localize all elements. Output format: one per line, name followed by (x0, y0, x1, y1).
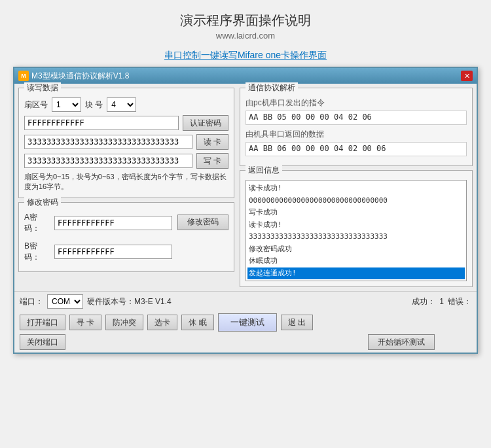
auth-row: 认证密码 (24, 115, 228, 131)
log-line: 发起连通成功! (247, 267, 465, 280)
log-line: 修改密码成功 (247, 243, 465, 256)
b-pwd-input[interactable] (54, 245, 172, 259)
machine-ret-label: 由机具串口返回的数据 (245, 129, 467, 140)
log-line: 休眠成功 (247, 255, 465, 267)
read-btn[interactable]: 读 卡 (196, 134, 228, 150)
write-input[interactable] (24, 154, 192, 168)
block-select[interactable]: 4 (107, 97, 136, 112)
port-select[interactable]: COM1 (47, 294, 83, 309)
select-card-btn[interactable]: 选卡 (147, 315, 177, 330)
one-key-test-btn[interactable]: 一键测试 (218, 313, 277, 332)
anti-collision-btn[interactable]: 防冲突 (105, 315, 143, 330)
bottom-bar: 端口： COM1 硬件版本号：M3-E V1.4 成功： 1 错误： (14, 291, 477, 311)
b-pwd-label: B密码： (24, 241, 50, 263)
close-button[interactable]: ✕ (461, 71, 473, 81)
sleep-btn[interactable]: 休 眠 (181, 315, 213, 330)
left-panel: 读写数据 扇区号 1 块 号 4 认证密码 (18, 88, 234, 287)
find-card-btn[interactable]: 寻 卡 (69, 315, 101, 330)
page-title: 演示程序界面操作说明 (180, 12, 311, 29)
close-port-btn[interactable]: 关闭端口 (20, 334, 65, 350)
return-info-label: 返回信息 (245, 165, 282, 176)
block-label: 块 号 (85, 99, 103, 111)
a-pwd-input[interactable] (54, 216, 172, 230)
log-line: 写卡成功 (247, 207, 465, 219)
open-port-btn[interactable]: 打开端口 (20, 315, 65, 330)
return-info-group: 返回信息 选卡成功!验证密码成功!读卡成功!000000000000000000… (240, 170, 473, 287)
read-row: 读 卡 (24, 134, 228, 150)
sector-select[interactable]: 1 (52, 97, 81, 112)
pc-cmd-label: 由pc机串口发出的指令 (245, 97, 467, 109)
btn-row-1: 打开端口 寻 卡 防冲突 选卡 休 眠 一键测试 退 出 (14, 311, 477, 334)
sector-label: 扇区号 (24, 99, 48, 111)
log-line: 00000000000000000000000000000000 (247, 195, 465, 207)
win-body: 读写数据 扇区号 1 块 号 4 认证密码 (14, 84, 477, 291)
protocol-label: 通信协议解析 (245, 82, 298, 94)
pc-cmd-value: AA BB 05 00 00 00 04 02 06 (245, 111, 467, 125)
success-value: 1 (439, 297, 444, 306)
modify-pwd-group: 修改密码 A密码： B密码： 修改密码 (18, 202, 234, 272)
page-url: www.laicrd.com (180, 31, 311, 41)
protocol-group: 通信协议解析 由pc机串口发出的指令 AA BB 05 00 00 00 04 … (240, 88, 473, 166)
auth-input[interactable] (24, 116, 179, 130)
success-label: 成功： (412, 296, 435, 307)
log-line: 读卡成功! (247, 182, 465, 195)
modify-pwd-btn[interactable]: 修改密码 (177, 215, 228, 230)
rw-group: 读写数据 扇区号 1 块 号 4 认证密码 (18, 88, 234, 198)
rw-group-label: 读写数据 (24, 82, 61, 94)
log-box[interactable]: 选卡成功!验证密码成功!读卡成功!00000000000000000000000… (245, 180, 467, 281)
btn-row-2: 关闭端口 开始循环测试 (14, 334, 477, 353)
win-title: M3型模块通信协议解析V1.8 (31, 71, 129, 82)
loop-test-btn[interactable]: 开始循环测试 (368, 334, 435, 350)
port-label: 端口： (20, 296, 43, 307)
read-input[interactable] (24, 135, 192, 149)
error-label: 错误： (448, 296, 471, 307)
exit-btn[interactable]: 退 出 (281, 315, 313, 330)
titlebar-left: M M3型模块通信协议解析V1.8 (18, 71, 129, 82)
a-pwd-row: A密码： (24, 212, 172, 234)
page-subtitle: 串口控制一键读写Mifare one卡操作界面 (164, 50, 327, 61)
machine-ret-value: AA BB 06 00 00 00 04 02 00 06 (245, 142, 467, 156)
write-row: 写 卡 (24, 153, 228, 169)
auth-btn[interactable]: 认证密码 (183, 115, 228, 131)
hw-version: 硬件版本号：M3-E V1.4 (87, 296, 172, 307)
rw-info-text: 扇区号为0~15，块号为0~63，密码长度为6个字节，写卡数据长度为16字节。 (24, 172, 228, 192)
modify-group-label: 修改密码 (24, 197, 61, 208)
sector-block-row: 扇区号 1 块 号 4 (24, 97, 228, 112)
log-line: 读卡成功! (247, 219, 465, 232)
app-icon: M (18, 71, 29, 81)
page-header: 演示程序界面操作说明 www.laicrd.com (180, 12, 311, 41)
titlebar: M M3型模块通信协议解析V1.8 ✕ (14, 68, 477, 84)
main-window: M M3型模块通信协议解析V1.8 ✕ 读写数据 扇区号 1 块 号 4 (13, 67, 478, 354)
right-panel: 通信协议解析 由pc机串口发出的指令 AA BB 05 00 00 00 04 … (240, 88, 473, 287)
b-pwd-row: B密码： (24, 241, 172, 263)
write-btn[interactable]: 写 卡 (196, 153, 228, 169)
a-pwd-label: A密码： (24, 212, 50, 234)
log-line: 33333333333333333333333333333333 (247, 231, 465, 243)
